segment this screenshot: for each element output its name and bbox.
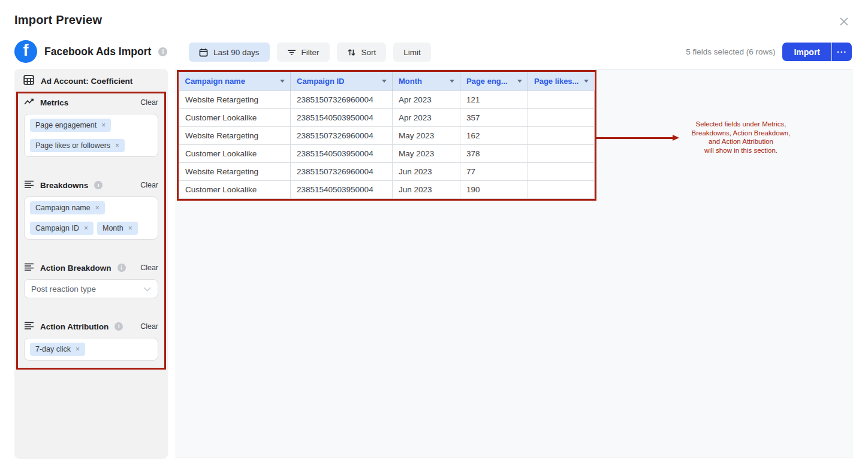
sort-label: Sort: [361, 48, 376, 57]
cell: [528, 180, 595, 198]
cell: 23851540503950004: [291, 108, 393, 126]
chip-label: Campaign name: [35, 204, 91, 212]
page-title: Import Preview: [14, 13, 102, 27]
info-icon[interactable]: i: [114, 322, 123, 331]
cell: Customer Lookalike: [179, 180, 291, 198]
sort-button[interactable]: Sort: [337, 43, 387, 62]
filter-label: Filter: [302, 48, 320, 57]
cell: Website Retargeting: [179, 126, 291, 144]
cell: Jun 2023: [393, 180, 460, 198]
chip-7-day-click[interactable]: 7-day click ×: [30, 343, 85, 356]
remove-chip-icon[interactable]: ×: [115, 142, 119, 149]
ad-account-label: Ad Account: Coefficient: [41, 77, 132, 86]
calendar-icon: [199, 48, 208, 57]
column-dropdown-icon[interactable]: [584, 80, 589, 83]
menu-lines-icon: [24, 321, 34, 332]
table-row: Website Retargeting 23851507326960004 Ma…: [179, 126, 595, 144]
cell: May 2023: [393, 144, 460, 162]
action-breakdown-clear-button[interactable]: Clear: [140, 264, 158, 272]
date-range-button[interactable]: Last 90 days: [189, 43, 270, 62]
cell: [528, 108, 595, 126]
info-icon[interactable]: i: [117, 264, 126, 272]
cell: [528, 90, 595, 108]
select-value: Post reaction type: [31, 285, 96, 294]
column-header-campaign-id[interactable]: Campaign ID: [291, 72, 393, 90]
chip-campaign-name[interactable]: Campaign name ×: [30, 201, 105, 214]
action-attribution-field-box[interactable]: 7-day click ×: [24, 338, 158, 361]
table-row: Customer Lookalike 23851540503950004 May…: [179, 144, 595, 162]
section-metrics: Metrics Clear Page engagement × Page lik…: [24, 96, 158, 157]
filter-icon: [287, 49, 296, 56]
trending-icon: [24, 97, 34, 108]
sidebar: Ad Account: Coefficient Metrics Clear Pa…: [14, 69, 168, 459]
sort-icon: [347, 48, 356, 57]
action-breakdown-select[interactable]: Post reaction type: [24, 279, 158, 298]
cell: May 2023: [393, 126, 460, 144]
chip-label: Month: [103, 224, 123, 232]
more-options-button[interactable]: ···: [831, 43, 852, 61]
table-row: Website Retargeting 23851507326960004 Ju…: [179, 162, 595, 180]
cell: [528, 126, 595, 144]
column-dropdown-icon[interactable]: [517, 80, 522, 83]
annotation-line: will show in this section.: [663, 146, 819, 155]
chip-label: Page likes or followers: [35, 141, 110, 150]
table-row: Website Retargeting 23851507326960004 Ap…: [179, 90, 595, 108]
cell: 23851540503950004: [291, 144, 393, 162]
breakdowns-clear-button[interactable]: Clear: [140, 181, 158, 189]
cell: 23851507326960004: [291, 162, 393, 180]
column-header-page-engagement[interactable]: Page eng...: [460, 72, 528, 90]
info-icon[interactable]: i: [94, 181, 103, 189]
chip-page-engagement[interactable]: Page engagement ×: [30, 119, 111, 132]
breakdowns-field-box[interactable]: Campaign name × Campaign ID × Month ×: [24, 196, 158, 240]
import-split-button: Import ···: [782, 43, 852, 61]
cell: 23851507326960004: [291, 126, 393, 144]
ad-account-header[interactable]: Ad Account: Coefficient: [14, 69, 168, 90]
filter-button[interactable]: Filter: [277, 43, 330, 62]
cell: Website Retargeting: [179, 90, 291, 108]
info-icon[interactable]: i: [158, 47, 167, 56]
remove-chip-icon[interactable]: ×: [84, 225, 88, 232]
import-button[interactable]: Import: [782, 43, 831, 61]
action-attribution-title: Action Attribution: [40, 322, 108, 331]
column-dropdown-icon[interactable]: [382, 80, 387, 83]
facebook-logo-icon: f: [14, 40, 37, 63]
cell: Jun 2023: [393, 162, 460, 180]
cell: Apr 2023: [393, 108, 460, 126]
annotation-line: Breakdowns, Action Breakdown,: [663, 129, 819, 138]
section-action-breakdown: Action Breakdown i Clear Post reaction t…: [24, 262, 158, 298]
column-header-page-likes[interactable]: Page likes...: [528, 72, 595, 90]
limit-label: Limit: [403, 48, 421, 57]
remove-chip-icon[interactable]: ×: [95, 204, 100, 211]
limit-button[interactable]: Limit: [393, 43, 431, 62]
fields-selected-status: 5 fields selected (6 rows): [686, 47, 775, 56]
annotation-text: Selected fields under Metrics, Breakdown…: [663, 120, 819, 155]
chip-month[interactable]: Month ×: [97, 222, 138, 235]
remove-chip-icon[interactable]: ×: [76, 346, 80, 353]
source-name: Facebook Ads Import: [44, 46, 151, 58]
column-label: Campaign ID: [297, 77, 344, 86]
breakdowns-title: Breakdowns: [40, 181, 88, 190]
column-dropdown-icon[interactable]: [280, 80, 285, 83]
cell: [528, 162, 595, 180]
metrics-clear-button[interactable]: Clear: [140, 98, 158, 107]
sidebar-highlight-box: Metrics Clear Page engagement × Page lik…: [16, 92, 166, 370]
action-attribution-clear-button[interactable]: Clear: [140, 322, 158, 331]
menu-lines-icon: [24, 262, 34, 273]
remove-chip-icon[interactable]: ×: [128, 225, 132, 232]
chip-page-likes[interactable]: Page likes or followers ×: [30, 139, 125, 152]
chip-campaign-id[interactable]: Campaign ID ×: [30, 222, 94, 235]
annotation-line: and Action Attribution: [663, 137, 819, 146]
column-label: Page likes...: [534, 77, 578, 86]
chip-label: Campaign ID: [35, 224, 79, 232]
column-label: Month: [399, 77, 422, 86]
cell: Customer Lookalike: [179, 108, 291, 126]
column-header-campaign-name[interactable]: Campaign name: [179, 72, 291, 90]
preview-table: Campaign name Campaign ID Month Page eng…: [179, 72, 595, 199]
remove-chip-icon[interactable]: ×: [101, 122, 106, 129]
column-dropdown-icon[interactable]: [450, 80, 454, 83]
column-header-month[interactable]: Month: [393, 72, 460, 90]
section-action-attribution: Action Attribution i Clear 7-day click ×: [24, 320, 158, 361]
annotation-line: Selected fields under Metrics,: [663, 120, 819, 129]
metrics-field-box[interactable]: Page engagement × Page likes or follower…: [24, 114, 158, 157]
close-icon[interactable]: [838, 16, 850, 28]
